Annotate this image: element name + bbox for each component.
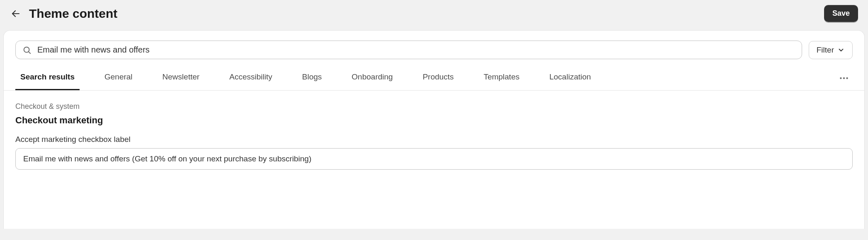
back-arrow-button[interactable]: [10, 8, 22, 19]
section-title: Checkout marketing: [15, 115, 853, 126]
tab-products[interactable]: Products: [418, 66, 459, 90]
tab-search-results[interactable]: Search results: [15, 66, 80, 90]
tab-templates[interactable]: Templates: [479, 66, 525, 90]
tab-accessibility[interactable]: Accessibility: [224, 66, 277, 90]
save-button[interactable]: Save: [824, 5, 858, 22]
search-input[interactable]: [37, 45, 795, 55]
field-label: Accept marketing checkbox label: [15, 135, 853, 144]
chevron-down-icon: [837, 46, 845, 54]
accept-marketing-checkbox-label-input[interactable]: [15, 148, 853, 170]
breadcrumb: Checkout & system: [15, 102, 853, 111]
tab-newsletter[interactable]: Newsletter: [158, 66, 205, 90]
page-title: Theme content: [29, 7, 117, 21]
filter-button[interactable]: Filter: [809, 41, 853, 59]
header-left: Theme content: [10, 7, 117, 21]
svg-point-4: [843, 77, 845, 79]
more-tabs-button[interactable]: [835, 66, 853, 90]
header-bar: Theme content Save: [0, 0, 868, 30]
svg-line-2: [29, 51, 30, 53]
tabs: Search results General Newsletter Access…: [4, 66, 864, 91]
dots-horizontal-icon: [839, 73, 849, 84]
search-row: Filter: [4, 31, 864, 66]
content-section: Checkout & system Checkout marketing Acc…: [4, 91, 864, 170]
svg-point-5: [846, 77, 848, 79]
tab-blogs[interactable]: Blogs: [297, 66, 327, 90]
svg-point-3: [840, 77, 841, 79]
tab-general[interactable]: General: [99, 66, 138, 90]
tab-localization[interactable]: Localization: [544, 66, 596, 90]
search-icon: [22, 46, 32, 55]
tab-onboarding[interactable]: Onboarding: [347, 66, 398, 90]
main-card: Filter Search results General Newsletter…: [3, 30, 865, 229]
search-field-wrap[interactable]: [15, 41, 802, 59]
arrow-left-icon: [11, 9, 21, 19]
filter-label: Filter: [817, 46, 834, 55]
